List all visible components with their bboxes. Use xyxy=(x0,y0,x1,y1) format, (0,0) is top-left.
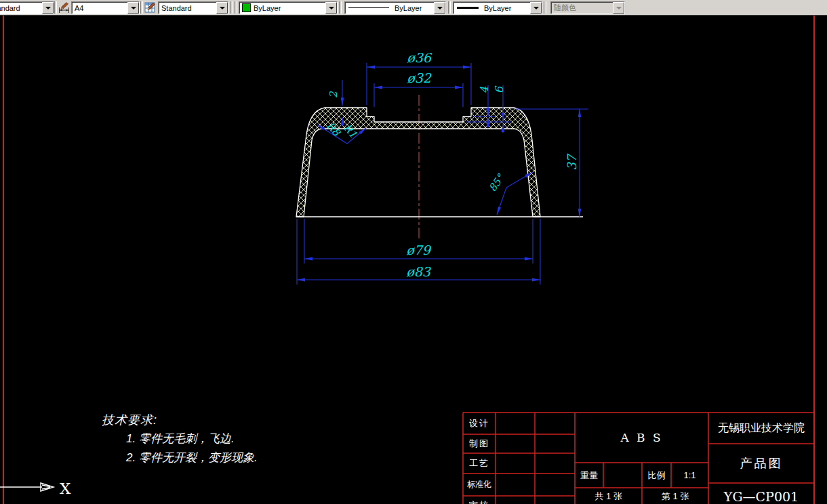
title-block-row-label: 制图 xyxy=(463,434,496,453)
title-block-row-label: 设计 xyxy=(463,413,496,434)
table-style-value: Standard xyxy=(159,4,216,12)
dim-style-value: A4 xyxy=(72,4,127,12)
color-swatch xyxy=(242,3,251,12)
material-value: A B S xyxy=(575,413,708,463)
dim-d79: ø79 xyxy=(406,243,432,257)
dim-d32: ø32 xyxy=(407,70,432,85)
text-style-dropdown-button[interactable] xyxy=(42,2,54,14)
color-combo[interactable]: ByLayer xyxy=(239,1,338,14)
total-sheets: 共 1 张 xyxy=(575,488,642,504)
scale-value: 1:1 xyxy=(671,463,708,488)
styles-properties-toolbar: Standard A4 Standard xyxy=(0,0,827,16)
color-value: ByLayer xyxy=(251,4,325,12)
weight-label: 重量 xyxy=(575,463,603,488)
color-dropdown-button[interactable] xyxy=(325,2,337,14)
tech-requirements-item: 1. 零件无毛刺，飞边. xyxy=(126,431,235,446)
organization-name: 无锡职业技术学院 xyxy=(708,413,814,444)
chevron-down-icon xyxy=(533,7,539,9)
text-style-value: Standard xyxy=(0,4,42,12)
ucs-x-axis-label: X xyxy=(60,480,71,497)
plot-style-value: 随颜色 xyxy=(551,3,613,13)
title-block-row-label: 标准化 xyxy=(463,474,496,496)
dim-6: 6 xyxy=(493,85,506,93)
scale-label: 比例 xyxy=(642,463,671,488)
table-style-icon-glyph xyxy=(144,2,156,14)
dim-2: 2 xyxy=(327,91,340,98)
tech-requirements-item: 2. 零件无开裂，变形现象. xyxy=(126,450,258,465)
table-style-combo[interactable]: Standard xyxy=(158,1,228,14)
plot-style-dropdown-button xyxy=(613,2,624,14)
dim-style-combo[interactable]: A4 xyxy=(71,1,140,14)
table-style-dropdown-button[interactable] xyxy=(216,2,228,14)
dimension-texts: ø36 ø32 ø79 ø83 37 2 4 6 R8 R1 85° xyxy=(324,50,579,279)
chevron-down-icon xyxy=(616,7,622,9)
drawing-number: YG—CP001 xyxy=(708,483,814,504)
chevron-down-icon xyxy=(437,7,443,9)
lineweight-sample xyxy=(457,7,479,9)
sheet-number: 第 1 张 xyxy=(642,488,708,504)
drawing-title: 产品图 xyxy=(708,444,814,483)
dim-d83: ø83 xyxy=(406,264,432,279)
chevron-down-icon xyxy=(45,7,51,9)
text-style-combo[interactable]: Standard xyxy=(0,1,54,14)
toolbar-separator xyxy=(339,1,342,14)
linetype-dropdown-button[interactable] xyxy=(434,2,445,14)
dim-style-dropdown-button[interactable] xyxy=(127,2,139,14)
toolbar-separator xyxy=(544,1,546,14)
lineweight-dropdown-button[interactable] xyxy=(530,2,542,14)
plot-style-combo: 随颜色 xyxy=(550,1,625,14)
title-block-row-label: 审核 xyxy=(463,496,496,504)
ucs-icon xyxy=(0,483,54,491)
lineweight-combo[interactable]: ByLayer xyxy=(453,1,542,14)
chevron-down-icon xyxy=(220,7,225,9)
dimension-lines xyxy=(297,63,588,285)
table-style-icon[interactable] xyxy=(143,1,157,14)
linetype-value: ByLayer xyxy=(389,4,434,12)
dim-d36: ø36 xyxy=(407,50,432,65)
title-block-row-label: 工艺 xyxy=(463,453,496,474)
chevron-down-icon xyxy=(131,7,136,9)
lineweight-value: ByLayer xyxy=(479,4,530,12)
tech-requirements-title: 技术要求: xyxy=(102,412,157,428)
toolbar-separator xyxy=(448,1,451,14)
dim-style-icon[interactable] xyxy=(57,1,70,14)
chevron-down-icon xyxy=(329,7,334,9)
linetype-combo[interactable]: ByLayer xyxy=(344,1,446,14)
dim-4: 4 xyxy=(478,86,491,93)
dim-37: 37 xyxy=(565,153,579,170)
dim-style-icon-glyph xyxy=(58,2,70,14)
dim-85deg: 85° xyxy=(487,171,508,194)
part-cross-section xyxy=(296,108,583,217)
toolbar-separator xyxy=(235,1,237,14)
linetype-sample xyxy=(348,7,389,8)
toolbar-separator xyxy=(230,1,233,14)
